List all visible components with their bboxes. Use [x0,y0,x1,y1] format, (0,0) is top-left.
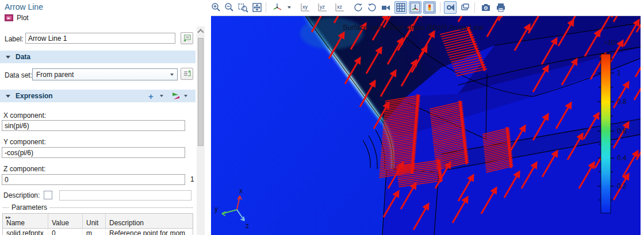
collapse-triangle-icon [6,56,10,59]
show-color-legend-button[interactable] [423,1,436,14]
column-header-name[interactable]: ▸▸Name [3,214,48,228]
grid-icon [396,2,406,13]
scrollbar-thumb[interactable] [198,38,204,146]
toolbar-separator [474,2,475,13]
svg-text:1: 1 [617,69,621,77]
zoom-box-icon [238,2,248,13]
y-component-label: Y component: [3,138,46,146]
table-row[interactable]: solid.refpntx 0 m Reference point for mo… [3,229,193,235]
camera-view-button[interactable] [379,1,392,14]
y-component-input[interactable] [2,147,185,158]
plot-icon [5,14,13,21]
go-to-source-button[interactable] [181,68,193,80]
section-header-data[interactable]: Data [0,51,195,63]
camera-snapshot-icon [481,2,491,13]
replace-expression-icon[interactable] [171,92,181,100]
colorbar-exponent: ×10⁹ [604,39,618,46]
show-grid-button[interactable] [394,1,407,14]
go-to-source-icon [183,70,191,78]
svg-text:0.6: 0.6 [617,127,627,135]
zoom-in-button[interactable] [210,1,223,14]
rename-label-button[interactable] [181,32,193,44]
column-header-value[interactable]: Value [48,214,83,228]
settings-panel: Arrow Line Plot Label: Data Data set: Fr… [0,0,207,235]
rename-label-icon [183,34,191,42]
scene-light-button[interactable] [444,1,457,14]
parameters-group-title: Parameters [9,203,49,211]
colorbar [601,54,611,213]
parameters-table[interactable]: ▸▸Name Value Unit Description solid.refp… [2,213,193,235]
view-yz-icon: yz [317,2,328,13]
description-checkbox[interactable] [44,191,52,199]
cell-name: solid.refpntx [3,229,48,235]
axis-orientation-icon [410,2,420,13]
collapse-triangle-icon [6,95,10,98]
go-to-default-view-button[interactable] [271,1,284,14]
dataset-label: Data set: [5,71,32,79]
triad-x-label: x [239,187,243,195]
add-expression-icon[interactable]: + [148,91,154,101]
cell-value: 0 [48,229,83,235]
default-view-caret-icon[interactable] [288,6,291,9]
image-snapshot-button[interactable] [480,1,492,14]
printer-icon [496,2,506,13]
add-expression-caret-icon[interactable] [160,95,163,97]
zoom-extents-button[interactable] [251,1,263,14]
rotate-clockwise-icon [367,2,377,13]
svg-text:0.4: 0.4 [617,154,627,162]
dataset-select-value: From parent [33,71,170,79]
transparency-button[interactable] [459,1,471,14]
sort-indicator-icon: ▸▸ [6,214,11,220]
x-component-input[interactable] [2,120,185,131]
toolbar-separator [440,2,440,13]
triad-y-label: y [214,205,218,213]
z-component-overflow-text: 1 [190,175,194,183]
z-component-label: Z component: [3,165,45,173]
svg-text:xz: xz [337,4,343,10]
view-yz-button[interactable]: yz [316,1,329,14]
graphics-canvas[interactable]: Surface: von Mises stress (N/m²) Arrow L… [211,16,641,235]
data-section-title: Data [16,53,30,61]
column-header-description[interactable]: Description [106,214,191,228]
toolbar-separator [266,2,266,13]
triad-z-label: z [246,222,249,230]
svg-text:xy: xy [302,4,308,10]
zoom-out-button[interactable] [223,1,236,14]
default-view-icon [273,2,283,13]
zoom-box-button[interactable] [237,1,250,14]
show-axis-orientation-button[interactable] [409,1,421,14]
label-input[interactable] [25,33,175,44]
view-xy-button[interactable]: xy [299,1,312,14]
view-xz-icon: xz [334,2,346,13]
dataset-select[interactable]: From parent [32,68,178,80]
description-label: Description: [3,191,40,199]
x-component-label: X component: [3,111,46,120]
panel-title: Arrow Line [5,2,43,11]
rotate-counterclockwise-button[interactable] [352,1,365,14]
column-header-unit[interactable]: Unit [83,214,106,228]
section-header-expression[interactable]: Expression + [0,90,195,102]
plot-scene: Surface: von Mises stress (N/m²) Arrow L… [211,16,641,235]
z-component-input[interactable] [2,174,185,185]
zoom-out-icon [224,2,235,13]
graphics-toolbar: xy yz xz [212,0,641,15]
zoom-extents-icon [252,2,262,13]
rotate-counterclockwise-icon [353,2,363,13]
cell-description: Reference point for mom [106,229,191,235]
parameters-table-header: ▸▸Name Value Unit Description [3,214,193,229]
rotate-clockwise-button[interactable] [366,1,378,14]
zoom-in-icon [211,2,221,13]
description-input[interactable] [59,190,191,201]
view-xy-icon: xy [300,2,311,13]
cell-unit: m [83,229,106,235]
color-legend-icon [424,2,435,13]
dropdown-caret-icon [170,74,174,76]
replace-expression-caret-icon[interactable] [184,95,187,97]
plot-button[interactable]: Plot [5,14,29,22]
scene-light-icon [445,2,455,13]
svg-text:0.8: 0.8 [617,98,627,106]
label-field-label: Label: [5,35,24,43]
view-xz-button[interactable]: xz [334,1,346,14]
print-button[interactable] [494,1,507,14]
svg-text:0.2: 0.2 [617,182,627,190]
